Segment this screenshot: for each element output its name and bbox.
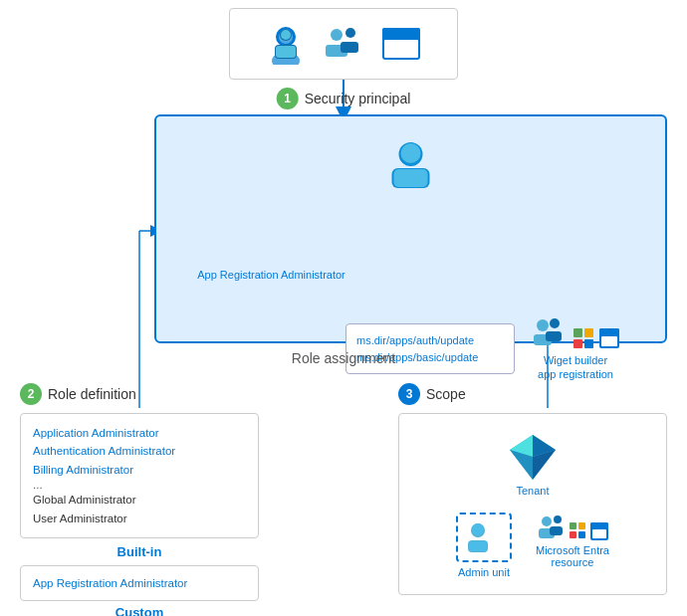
badge-2: 2	[20, 383, 42, 405]
custom-item-0: App Registration Administrator	[33, 574, 246, 592]
admin-unit-box	[456, 513, 512, 562]
entra-users-icon	[537, 513, 567, 540]
svg-rect-29	[546, 331, 562, 341]
scope-tenant-row: Tenant	[411, 430, 654, 497]
scope-section: 3 Scope Tenant	[398, 383, 667, 595]
svg-rect-33	[584, 339, 593, 348]
builtin-dots: ...	[33, 479, 246, 491]
badge-3: 3	[398, 383, 420, 405]
svg-rect-53	[578, 531, 585, 538]
builtin-item-1: Authentication Administrator	[33, 442, 246, 460]
role-def-builtin-box: Application Administrator Authentication…	[20, 413, 259, 538]
user-icon	[265, 23, 307, 65]
role-assignment-box: ms.dir/apps/auth/update ms.dir/apps/basi…	[154, 114, 667, 343]
svg-point-24	[400, 143, 420, 163]
admin-unit-icon	[464, 520, 504, 554]
security-principal-box	[229, 8, 458, 80]
app-icon	[380, 26, 422, 62]
svg-rect-32	[573, 339, 582, 348]
svg-point-15	[331, 29, 343, 41]
badge-1: 1	[277, 88, 299, 109]
svg-rect-25	[393, 169, 427, 187]
builtin-item-4: User Administrator	[33, 510, 246, 527]
scope-label-row: 3 Scope	[398, 383, 667, 405]
svg-rect-30	[573, 328, 582, 337]
tenant-label: Tenant	[516, 485, 549, 497]
entra-window-icon	[590, 522, 608, 540]
scope-admin-unit: Admin unit	[456, 513, 512, 578]
widget-users-icon	[531, 315, 569, 349]
role-definition-section: 2 Role definition Application Administra…	[20, 383, 259, 616]
group-icon	[319, 23, 368, 65]
app-reg-label: App Registration Administrator	[179, 269, 363, 281]
svg-rect-31	[584, 328, 593, 337]
entra-grid-icon	[570, 522, 587, 540]
scope-title: Scope	[426, 386, 466, 402]
app-reg-inner-box: ms.dir/apps/auth/update ms.dir/apps/basi…	[345, 323, 515, 374]
builtin-label: Built-in	[20, 544, 259, 559]
widget-builder-label: Wiget builder app registration	[531, 353, 620, 382]
scope-bottom-row: Admin unit	[411, 513, 654, 578]
custom-box: App Registration Administrator	[20, 565, 259, 601]
svg-rect-52	[570, 531, 576, 538]
path-line-1: ms.dir/apps/auth/update	[356, 332, 504, 349]
entra-resource-label: Microsoft Entra resource	[536, 544, 609, 568]
svg-point-26	[537, 319, 549, 331]
svg-point-44	[472, 523, 484, 535]
svg-rect-51	[578, 522, 585, 529]
svg-rect-18	[341, 42, 358, 53]
role-assignment-label-text: Role assignment	[292, 350, 395, 366]
svg-rect-45	[469, 541, 487, 551]
svg-point-48	[554, 515, 562, 523]
widget-builder-area: Wiget builder app registration	[531, 315, 620, 382]
svg-rect-20	[382, 28, 420, 38]
svg-rect-49	[550, 526, 563, 535]
svg-point-13	[281, 30, 291, 40]
widget-window-icon	[598, 327, 620, 349]
admin-unit-label: Admin unit	[458, 566, 510, 578]
role-person-icon	[383, 136, 438, 195]
security-principal-text: Security principal	[305, 91, 411, 106]
builtin-item-2: Billing Administrator	[33, 461, 246, 479]
role-def-title: Role definition	[48, 386, 136, 402]
svg-rect-36	[601, 336, 617, 346]
widget-grid-icon	[572, 327, 594, 349]
custom-label: Custom	[20, 605, 259, 616]
role-def-label-row: 2 Role definition	[20, 383, 259, 405]
diagram-container: 1 Security principal ms.dir/apps/auth/up…	[0, 0, 687, 616]
tenant-icon	[506, 430, 561, 485]
svg-point-28	[550, 318, 560, 328]
security-principal-label: 1 Security principal	[277, 88, 411, 109]
svg-point-46	[542, 516, 552, 526]
scope-entra-resource: Microsoft Entra resource	[536, 513, 609, 578]
svg-rect-14	[276, 46, 296, 58]
builtin-item-3: Global Administrator	[33, 491, 246, 509]
builtin-item-0: Application Administrator	[33, 424, 246, 442]
scope-inner-box: Tenant Admin unit	[398, 413, 667, 595]
svg-rect-50	[570, 522, 576, 529]
svg-rect-56	[592, 529, 606, 538]
svg-rect-35	[599, 328, 619, 335]
svg-rect-21	[384, 40, 418, 58]
svg-rect-55	[590, 522, 608, 528]
svg-point-17	[345, 28, 355, 38]
